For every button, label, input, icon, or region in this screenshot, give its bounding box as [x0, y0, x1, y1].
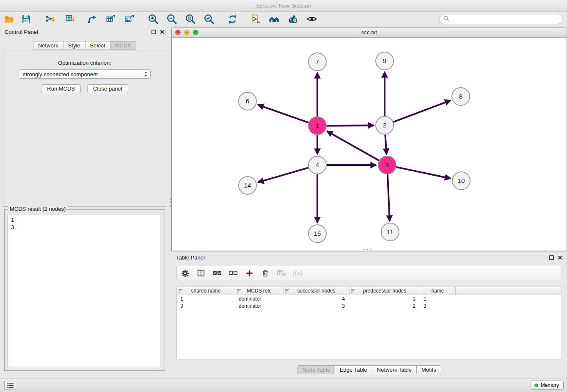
search-icon	[443, 16, 449, 23]
mcds-result-group: MCDS result (2 nodes) 1 3	[4, 209, 165, 371]
export-table-icon[interactable]	[105, 13, 117, 25]
sort-icon[interactable]	[237, 289, 241, 293]
run-mcds-button[interactable]: Run MCDS	[41, 84, 81, 93]
zoom-in-icon[interactable]	[147, 13, 160, 25]
table-settings-gear-icon[interactable]	[180, 268, 190, 278]
zoom-fit-icon[interactable]	[184, 13, 197, 25]
close-window-button[interactable]: ×	[175, 30, 181, 35]
cell-mcds-role[interactable]: dominator	[235, 303, 284, 309]
network-window-title: scc.txt	[361, 29, 377, 36]
column-header-predecessor-nodes[interactable]: predecessor nodes	[350, 287, 420, 295]
memory-button[interactable]: Memory	[531, 381, 564, 390]
column-header-mcds-role[interactable]: MCDS role	[235, 287, 284, 295]
close-icon[interactable]	[558, 255, 562, 260]
delete-column-trash-icon[interactable]	[261, 268, 270, 278]
graph-node-label-9: 9	[383, 57, 386, 64]
unselect-all-columns-icon[interactable]	[228, 268, 238, 278]
float-panel-icon[interactable]	[549, 255, 554, 260]
table-toolbar: f(x)	[176, 266, 562, 280]
table-panel-tabs: Node Table Edge Table Network Table Moti…	[171, 365, 567, 374]
cell-successor-nodes[interactable]: 4	[284, 296, 350, 302]
delete-table-icon	[277, 268, 286, 278]
close-icon[interactable]	[160, 30, 165, 34]
select-all-columns-icon[interactable]	[212, 268, 222, 278]
tab-edge-table[interactable]: Edge Table	[335, 365, 372, 374]
network-graph[interactable]: 7968124314101511	[172, 38, 567, 251]
node-table: shared name MCDS role successor nodes pr…	[176, 287, 562, 359]
network-canvas[interactable]: 7968124314101511	[172, 38, 567, 251]
graph-node-label-8: 8	[459, 93, 462, 100]
sort-icon[interactable]	[179, 289, 183, 293]
graph-edge-4-14[interactable]	[258, 168, 308, 182]
tab-select[interactable]: Select	[85, 41, 110, 50]
control-panel: Control Panel Network Style Select MCDS …	[0, 26, 169, 378]
graph-edge-1-6[interactable]	[258, 105, 309, 123]
column-header-successor-nodes[interactable]: successor nodes	[284, 287, 350, 295]
mcds-result-line: 3	[11, 224, 157, 231]
table-header-row: shared name MCDS role successor nodes pr…	[177, 287, 561, 295]
tab-mcds[interactable]: MCDS	[110, 41, 136, 50]
create-column-plus-icon[interactable]	[245, 268, 254, 278]
cell-name[interactable]: 1	[420, 296, 456, 302]
table-row[interactable]: 3 dominator 3 2 3	[177, 302, 561, 309]
graph-node-label-10: 10	[458, 177, 465, 184]
graph-edge-3-1[interactable]	[327, 131, 379, 160]
search-input[interactable]	[451, 16, 559, 22]
criterion-select[interactable]: strongly connected component	[19, 69, 151, 79]
memory-status-dot	[534, 384, 538, 387]
tab-motifs[interactable]: Motifs	[416, 365, 441, 374]
minimize-window-button[interactable]: −	[184, 30, 190, 35]
window-title: Session: New Session	[256, 3, 311, 9]
zoom-out-icon[interactable]	[165, 13, 178, 25]
column-header-name[interactable]: name	[420, 287, 456, 295]
graph-edge-2-8[interactable]	[394, 100, 451, 122]
show-hide-icon[interactable]	[306, 13, 318, 25]
graph-node-label-14: 14	[244, 182, 251, 189]
status-menu-button[interactable]	[4, 381, 16, 390]
cell-name[interactable]: 3	[420, 303, 456, 309]
show-columns-icon[interactable]	[196, 268, 206, 278]
search-box[interactable]	[439, 14, 563, 24]
refresh-view-icon[interactable]	[226, 13, 239, 25]
graph-edge-1-2[interactable]	[327, 125, 374, 126]
cell-mcds-role[interactable]: dominator	[235, 296, 284, 302]
sort-icon[interactable]	[285, 289, 289, 293]
zoom-window-button[interactable]: +	[193, 30, 198, 35]
table-panel: Table Panel f(	[171, 252, 567, 378]
cell-shared-name[interactable]: 1	[177, 296, 235, 302]
export-network-icon[interactable]	[86, 13, 99, 25]
graph-node-label-7: 7	[316, 58, 319, 65]
network-window-titlebar[interactable]: × − + scc.txt	[172, 28, 567, 38]
graph-edge-2-3[interactable]	[385, 135, 386, 154]
splitter-grip-horizontal[interactable]	[360, 248, 374, 251]
tab-network[interactable]: Network	[33, 41, 63, 50]
graph-edge-3-11[interactable]	[388, 174, 390, 221]
column-header-shared-name[interactable]: shared name	[177, 287, 235, 295]
tab-style[interactable]: Style	[63, 41, 85, 50]
tab-network-table[interactable]: Network Table	[372, 365, 417, 374]
float-panel-icon[interactable]	[151, 30, 156, 34]
network-window: × − + scc.txt 7968124314101511	[171, 27, 567, 251]
tab-node-table[interactable]: Node Table	[297, 365, 335, 374]
open-file-icon[interactable]	[3, 13, 16, 25]
cell-predecessor-nodes[interactable]: 2	[350, 303, 420, 309]
zoom-selected-icon[interactable]	[203, 13, 215, 25]
cell-predecessor-nodes[interactable]: 1	[350, 296, 420, 302]
import-table-icon[interactable]	[64, 13, 77, 25]
window-titlebar[interactable]: Session: New Session	[0, 0, 567, 12]
close-panel-button[interactable]: Close panel	[87, 84, 128, 93]
table-row[interactable]: 1 dominator 4 1 1	[177, 295, 561, 302]
cell-shared-name[interactable]: 3	[177, 303, 235, 309]
graph-edge-3-10[interactable]	[396, 167, 451, 179]
sort-icon[interactable]	[351, 289, 355, 293]
import-network-icon[interactable]	[44, 13, 56, 25]
save-session-icon[interactable]	[20, 13, 33, 25]
export-image-icon[interactable]	[123, 13, 136, 25]
first-neighbors-icon[interactable]	[268, 13, 281, 25]
new-network-from-selection-icon[interactable]	[249, 13, 262, 25]
mcds-result-list[interactable]: 1 3	[7, 215, 160, 367]
table-panel-header: Table Panel	[171, 252, 567, 263]
cell-successor-nodes[interactable]: 3	[284, 303, 350, 309]
apply-preferred-layout-icon[interactable]	[286, 13, 299, 25]
table-panel-title: Table Panel	[176, 254, 205, 261]
